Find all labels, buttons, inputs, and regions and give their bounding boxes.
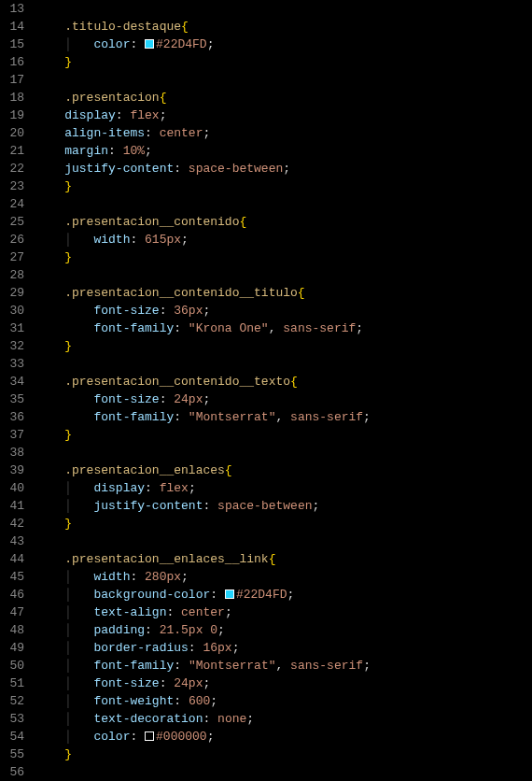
line-number: 16 <box>0 53 24 71</box>
code-line[interactable]: } <box>35 337 532 355</box>
code-line[interactable] <box>35 0 532 18</box>
code-line[interactable]: │ width: 615px; <box>35 231 532 248</box>
line-number: 46 <box>0 586 24 604</box>
line-number: 26 <box>0 231 24 248</box>
code-editor[interactable]: 1314151617181920212223242526272829303132… <box>0 0 532 781</box>
code-line[interactable]: align-items: center; <box>35 124 532 142</box>
code-line[interactable]: .presentacion__contenido__titulo{ <box>35 284 532 302</box>
code-line[interactable] <box>35 355 532 373</box>
line-number: 25 <box>0 213 24 231</box>
line-number: 31 <box>0 320 24 337</box>
line-number: 34 <box>0 373 24 390</box>
code-line[interactable] <box>35 195 532 213</box>
line-number: 23 <box>0 178 24 195</box>
line-number: 28 <box>0 266 24 284</box>
line-number: 49 <box>0 639 24 657</box>
code-line[interactable]: .presentacion__enlaces{ <box>35 462 532 479</box>
code-line[interactable] <box>35 444 532 462</box>
line-number: 48 <box>0 621 24 639</box>
code-line[interactable]: margin: 10%; <box>35 142 532 160</box>
code-line[interactable]: │ font-weight: 600; <box>35 692 532 710</box>
code-line[interactable]: justify-content: space-between; <box>35 160 532 178</box>
code-line[interactable]: │ color: #22D4FD; <box>35 36 532 53</box>
code-line[interactable]: │ font-size: 24px; <box>35 674 532 692</box>
line-number: 13 <box>0 0 24 18</box>
line-number: 50 <box>0 657 24 674</box>
code-line[interactable]: │ color: #000000; <box>35 728 532 746</box>
line-number: 56 <box>0 763 24 781</box>
code-line[interactable]: │ font-family: "Montserrat", sans-serif; <box>35 657 532 674</box>
line-number: 21 <box>0 142 24 160</box>
line-number: 37 <box>0 426 24 444</box>
code-line[interactable] <box>35 763 532 781</box>
code-line[interactable]: .presentacion{ <box>35 89 532 106</box>
line-number: 38 <box>0 444 24 462</box>
code-line[interactable]: .titulo-destaque{ <box>35 18 532 36</box>
line-number: 51 <box>0 674 24 692</box>
line-number: 33 <box>0 355 24 373</box>
code-line[interactable]: } <box>35 515 532 532</box>
line-number: 19 <box>0 106 24 124</box>
line-number: 52 <box>0 692 24 710</box>
code-line[interactable]: .presentacion__contenido__texto{ <box>35 373 532 390</box>
code-line[interactable]: │ background-color: #22D4FD; <box>35 586 532 604</box>
line-number: 42 <box>0 515 24 532</box>
code-line[interactable]: } <box>35 178 532 195</box>
code-line[interactable]: font-family: "Montserrat", sans-serif; <box>35 408 532 426</box>
code-line[interactable]: display: flex; <box>35 106 532 124</box>
line-number: 14 <box>0 18 24 36</box>
code-content[interactable]: .titulo-destaque{ │ color: #22D4FD; } .p… <box>35 0 532 781</box>
code-line[interactable] <box>35 532 532 550</box>
line-number-gutter: 1314151617181920212223242526272829303132… <box>0 0 35 781</box>
code-line[interactable]: │ padding: 21.5px 0; <box>35 621 532 639</box>
code-line[interactable] <box>35 266 532 284</box>
code-line[interactable]: font-family: "Krona One", sans-serif; <box>35 320 532 337</box>
code-line[interactable]: │ text-align: center; <box>35 604 532 621</box>
line-number: 39 <box>0 462 24 479</box>
code-line[interactable]: │ display: flex; <box>35 479 532 497</box>
line-number: 36 <box>0 408 24 426</box>
line-number: 55 <box>0 746 24 763</box>
line-number: 27 <box>0 248 24 266</box>
code-line[interactable]: .presentacion__enlaces__link{ <box>35 550 532 568</box>
line-number: 22 <box>0 160 24 178</box>
line-number: 18 <box>0 89 24 106</box>
code-line[interactable]: } <box>35 53 532 71</box>
line-number: 20 <box>0 124 24 142</box>
line-number: 47 <box>0 604 24 621</box>
line-number: 24 <box>0 195 24 213</box>
line-number: 32 <box>0 337 24 355</box>
code-line[interactable]: │ width: 280px; <box>35 568 532 586</box>
code-line[interactable]: font-size: 24px; <box>35 390 532 408</box>
code-line[interactable]: font-size: 36px; <box>35 302 532 320</box>
line-number: 43 <box>0 532 24 550</box>
line-number: 40 <box>0 479 24 497</box>
line-number: 15 <box>0 36 24 53</box>
code-line[interactable]: } <box>35 426 532 444</box>
line-number: 30 <box>0 302 24 320</box>
line-number: 35 <box>0 390 24 408</box>
line-number: 44 <box>0 550 24 568</box>
code-line[interactable]: } <box>35 248 532 266</box>
code-line[interactable]: │ text-decoration: none; <box>35 710 532 728</box>
code-line[interactable] <box>35 71 532 89</box>
code-line[interactable]: │ border-radius: 16px; <box>35 639 532 657</box>
line-number: 53 <box>0 710 24 728</box>
line-number: 54 <box>0 728 24 746</box>
line-number: 17 <box>0 71 24 89</box>
line-number: 45 <box>0 568 24 586</box>
code-line[interactable]: │ justify-content: space-between; <box>35 497 532 515</box>
code-line[interactable]: .presentacion__contenido{ <box>35 213 532 231</box>
line-number: 41 <box>0 497 24 515</box>
line-number: 29 <box>0 284 24 302</box>
code-line[interactable]: } <box>35 746 532 763</box>
